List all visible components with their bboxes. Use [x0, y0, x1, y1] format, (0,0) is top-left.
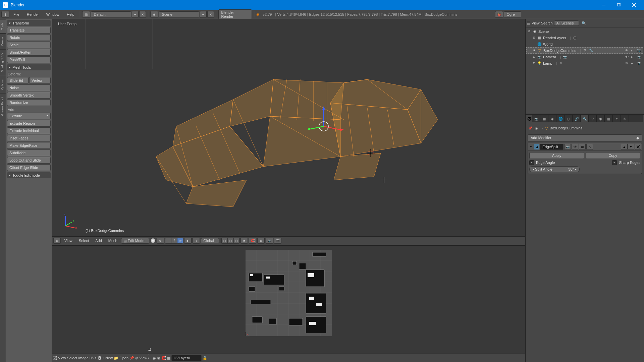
image-browse-icon[interactable]: 🖼	[98, 356, 101, 360]
uv-menu-view[interactable]: View	[58, 356, 66, 360]
modifier-copy-button[interactable]: Copy	[586, 152, 641, 159]
layer-toggle-1[interactable]: ▢	[221, 238, 227, 244]
increment-icon[interactable]: ▸	[574, 168, 577, 171]
tree-scene[interactable]: ⊟ ◉ Scene	[526, 28, 643, 35]
screen-layout-dropdown[interactable]: Default	[91, 11, 131, 17]
modifier-display-toggle[interactable]: 👁	[572, 144, 578, 150]
modifier-move-up[interactable]: ▲	[621, 144, 628, 150]
pin-image-icon[interactable]: 📌	[129, 356, 134, 360]
tree-lamp[interactable]: ⊞ 💡 Lamp | ☀ 👁 ▸ 📷	[526, 60, 643, 66]
mode-dropdown[interactable]: ▦ Edit Mode	[121, 238, 150, 244]
prop-tab-scene[interactable]: ◉	[548, 115, 556, 122]
menu-render[interactable]: Render	[23, 11, 42, 18]
expand-icon[interactable]: ⊞	[533, 49, 536, 52]
uvmap-browse-icon[interactable]: ▦	[167, 356, 170, 360]
selectable-icon[interactable]: ▸	[631, 49, 636, 52]
layer-toggle-3[interactable]: ▢	[233, 238, 239, 244]
screen-delete-button[interactable]: ✕	[139, 11, 146, 18]
uv-snap-icon[interactable]: 🧲	[161, 356, 166, 360]
tab-tools[interactable]: Tools	[0, 19, 6, 33]
prop-tab-world[interactable]: 🌐	[556, 115, 565, 122]
face-select-toggle[interactable]: ▱	[177, 238, 183, 244]
smooth-vertex-button[interactable]: Smooth Vertex	[7, 92, 51, 99]
open-image-button[interactable]: 📁 Open	[114, 356, 128, 360]
uv-editor-type-icon[interactable]: 🖼	[53, 356, 57, 360]
outliner-editor-type-icon[interactable]: ☰	[527, 21, 530, 25]
inset-faces-button[interactable]: Inset Faces	[7, 135, 51, 141]
vertex-select-toggle[interactable]: ·	[165, 238, 171, 244]
manipulator-toggle[interactable]: ↕	[193, 238, 200, 244]
visibility-eye-icon[interactable]: 👁	[625, 61, 630, 65]
split-angle-field[interactable]: ◂ Split Angle: 30° ▸	[529, 166, 580, 172]
noise-button[interactable]: Noise	[7, 84, 51, 91]
render-engine-dropdown[interactable]: Blender Render	[218, 9, 252, 19]
uv-canvas[interactable]	[246, 250, 332, 336]
expand-icon[interactable]: ⊞	[532, 36, 536, 39]
scene-dropdown[interactable]: Scene	[159, 11, 199, 17]
uv-menu-uvs[interactable]: UVs	[90, 356, 97, 360]
tree-camera[interactable]: ⊞ 📷 Camera | 📷 👁 ▸ 📷	[526, 54, 643, 60]
modifier-move-down[interactable]: ▼	[628, 144, 634, 150]
orientation-dropdown[interactable]: Global	[201, 238, 219, 243]
selectable-icon[interactable]: ▸	[631, 61, 636, 65]
visibility-eye-icon[interactable]: 👁	[625, 49, 630, 52]
scale-button[interactable]: Scale	[7, 42, 51, 48]
uv-vert-select[interactable]: ·	[148, 352, 152, 356]
prop-tab-particles[interactable]: ✦	[613, 115, 621, 122]
last-operator-header[interactable]: Toggle Editmode	[7, 172, 51, 178]
screen-add-button[interactable]: +	[132, 11, 139, 18]
vp-menu-mesh[interactable]: Mesh	[106, 238, 120, 244]
ogre-dropdown[interactable]: Ogre	[504, 11, 521, 17]
loop-cut-button[interactable]: Loop Cut and Slide	[7, 157, 51, 164]
prop-tab-object[interactable]: ▢	[565, 115, 573, 122]
renderable-icon[interactable]: 📷	[637, 61, 642, 65]
uv-menu-select[interactable]: Select	[67, 356, 77, 360]
decrement-icon[interactable]: ◂	[532, 168, 535, 171]
pin-icon[interactable]: 📌	[528, 126, 533, 130]
uv-sticky-icon[interactable]: ◉	[153, 356, 156, 360]
prop-tab-physics[interactable]: ⚛	[621, 115, 629, 122]
modifier-delete-button[interactable]: ✕	[635, 144, 641, 150]
tree-world[interactable]: 🌐 World	[526, 41, 643, 47]
visibility-eye-icon[interactable]: 👁	[625, 55, 630, 59]
slide-vertex-button[interactable]: Vertex	[29, 77, 51, 84]
outliner-display-dropdown[interactable]: All Scenes	[554, 20, 579, 26]
uv-layer-name-input[interactable]	[171, 355, 202, 361]
tree-object-selected[interactable]: ⊞ ▽ BoxDodgeCummins | ▽ 🔧 👁 ▸ 📷	[526, 47, 643, 54]
modifier-editmode-toggle[interactable]: ▦	[579, 144, 586, 150]
offset-edge-slide-button[interactable]: Offset Edge Slide	[7, 164, 51, 171]
minimize-button[interactable]	[596, 0, 611, 10]
vp-menu-add[interactable]: Add	[93, 238, 105, 244]
modifier-name-input[interactable]	[540, 144, 564, 150]
opengl-render-icon[interactable]: 📷	[266, 238, 273, 244]
modifier-expand-icon[interactable]: ▼	[529, 145, 533, 148]
add-modifier-dropdown[interactable]: Add Modifier◆	[528, 134, 642, 141]
properties-editor-type-icon[interactable]: ⚙	[527, 116, 532, 122]
scene-delete-button[interactable]: ✕	[207, 11, 214, 18]
tab-shading-uvs[interactable]: Shading / UVs	[0, 49, 6, 76]
snap-toggle-icon[interactable]: 🧲	[249, 238, 256, 244]
menu-window[interactable]: Window	[43, 11, 63, 18]
edge-select-toggle[interactable]: /	[171, 238, 177, 244]
selectable-icon[interactable]: ▸	[631, 55, 636, 59]
limit-selection-toggle[interactable]: ◧	[184, 238, 192, 244]
shrink-fatten-button[interactable]: Shrink/Fatten	[7, 49, 51, 56]
scene-add-button[interactable]: +	[200, 11, 207, 18]
snap-element-icon[interactable]: ▦	[257, 238, 265, 244]
uv-proportional-icon[interactable]: ◉	[157, 356, 160, 360]
outliner-menu-view[interactable]: View	[532, 21, 540, 25]
prop-tab-render[interactable]: 📷	[532, 115, 540, 122]
tab-grease-pencil[interactable]: Grease Pencil	[0, 93, 6, 119]
screen-browse-icon[interactable]: ▤	[82, 11, 90, 18]
prop-tab-modifiers[interactable]: 🔧	[581, 115, 589, 122]
3dview-editor-type-icon[interactable]: ▦	[53, 238, 61, 244]
tree-renderlayers[interactable]: ⊞ ▦ RenderLayers | ▢	[526, 35, 643, 41]
extrude-dropdown[interactable]: Extrude	[7, 113, 51, 119]
menu-help[interactable]: Help	[63, 11, 78, 18]
mesh-tools-section-header[interactable]: Mesh Tools	[7, 64, 51, 70]
new-image-button[interactable]: + New	[102, 356, 113, 360]
expand-icon[interactable]: ⊟	[528, 30, 531, 33]
tab-options[interactable]: Options	[0, 76, 6, 93]
3d-viewport[interactable]: User Persp	[52, 19, 525, 236]
randomize-button[interactable]: Randomize	[7, 99, 51, 106]
